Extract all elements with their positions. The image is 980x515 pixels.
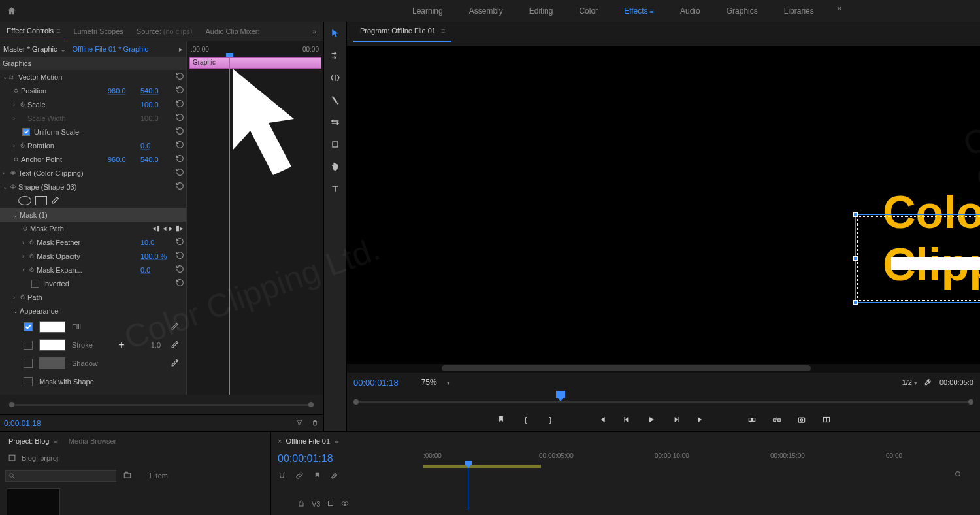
step-fwd-icon[interactable] — [670, 414, 682, 425]
tab-source[interactable]: Source: (no clips) — [130, 22, 199, 41]
toggle-sync-lock-icon[interactable] — [327, 499, 335, 508]
reset-icon[interactable] — [173, 113, 186, 123]
mask-feather-row[interactable]: › Mask Feather 10.0 — [0, 235, 186, 249]
go-to-out-icon[interactable] — [695, 414, 707, 425]
eye-icon[interactable] — [9, 183, 18, 191]
settings-icon[interactable] — [924, 377, 933, 388]
reset-icon[interactable] — [173, 182, 186, 191]
tab-media-browser[interactable]: Media Browser — [63, 437, 122, 445]
timeline-timecode[interactable]: 00:00:01:18 — [278, 453, 405, 465]
toggle-track-output-icon[interactable] — [341, 499, 349, 508]
tab-audio-mixer[interactable]: Audio Clip Mixer: — [199, 22, 266, 41]
path-row[interactable]: › Path — [0, 290, 186, 304]
stopwatch-icon[interactable] — [13, 156, 21, 163]
ws-audio[interactable]: Audio — [667, 3, 713, 20]
program-viewport[interactable]: Color Clipping Ltd. Color Clipping — [347, 46, 980, 364]
anchor-x-value[interactable]: 960.0 — [108, 156, 140, 163]
stopwatch-icon[interactable] — [13, 87, 21, 95]
add-marker-icon[interactable] — [495, 414, 507, 425]
ws-effects[interactable]: Effects≡ — [611, 3, 667, 20]
reset-icon[interactable] — [173, 265, 186, 274]
stroke-color-swatch[interactable] — [39, 339, 65, 351]
selection-box[interactable] — [855, 214, 980, 303]
sequence-clip-label[interactable]: Offline File 01 * Graphic — [73, 45, 149, 53]
chevron-down-icon[interactable]: ⌄ — [60, 45, 66, 54]
track-v3-header[interactable]: V3 — [278, 497, 405, 511]
position-x-value[interactable]: 960.0 — [108, 87, 140, 95]
reset-icon[interactable] — [173, 251, 186, 261]
tab-effect-controls[interactable]: Effect Controls≡ — [0, 21, 67, 42]
handle-bl[interactable] — [853, 300, 858, 305]
mark-out-icon[interactable]: } — [545, 414, 557, 425]
mark-in-icon[interactable]: { — [520, 414, 532, 425]
ws-graphics[interactable]: Graphics — [713, 3, 771, 20]
ws-assembly[interactable]: Assembly — [456, 3, 516, 20]
scale-property[interactable]: › Scale 100.0 — [0, 97, 186, 111]
add-stroke-icon[interactable]: + — [118, 339, 124, 351]
reset-icon[interactable] — [173, 127, 186, 137]
inverted-checkbox[interactable] — [31, 280, 39, 288]
extract-icon[interactable] — [771, 414, 783, 425]
track-fwd-one-icon[interactable]: ▮▸ — [176, 224, 184, 233]
handle-ml[interactable] — [853, 256, 858, 261]
shadow-checkbox[interactable] — [24, 359, 33, 368]
track-back-one-icon[interactable]: ◂▮ — [152, 224, 160, 233]
rotation-value[interactable]: 0.0 — [140, 142, 173, 150]
timeline-ruler-area[interactable]: :00:00 00:00:05:00 00:00:10:00 00:00:15:… — [412, 450, 980, 515]
ws-menu-icon[interactable]: ≡ — [650, 7, 654, 15]
stopwatch-icon[interactable] — [29, 252, 37, 260]
position-y-value[interactable]: 540.0 — [140, 87, 173, 95]
reset-icon[interactable] — [173, 99, 186, 109]
work-area-bar[interactable] — [423, 465, 541, 468]
ws-color[interactable]: Color — [566, 3, 611, 20]
timeline-ruler[interactable]: :00:00 00:00:05:00 00:00:10:00 00:00:15:… — [412, 450, 980, 463]
linked-selection-icon[interactable] — [295, 471, 304, 481]
stopwatch-icon[interactable] — [20, 142, 27, 150]
eye-icon[interactable] — [9, 169, 18, 177]
mask-opacity-value[interactable]: 100.0 % — [140, 252, 173, 260]
track-select-tool-icon[interactable] — [329, 49, 342, 62]
lift-icon[interactable] — [746, 414, 758, 425]
selection-tool-icon[interactable] — [329, 27, 342, 40]
play-icon[interactable] — [645, 414, 657, 425]
reset-icon[interactable] — [173, 154, 186, 164]
mask-with-shape-row[interactable]: Mask with Shape — [0, 373, 186, 391]
mask-expansion-value[interactable]: 0.0 — [140, 266, 173, 274]
handle-tl[interactable] — [853, 212, 858, 217]
fill-checkbox[interactable] — [24, 322, 33, 331]
stopwatch-icon[interactable] — [22, 225, 30, 233]
zoom-dropdown[interactable]: 75%▾ — [421, 378, 450, 387]
project-thumbnail[interactable] — [7, 488, 60, 515]
new-bin-icon[interactable] — [123, 471, 132, 481]
reset-icon[interactable] — [173, 237, 186, 247]
mask-expansion-row[interactable]: › Mask Expan... 0.0 — [0, 263, 186, 276]
tab-project[interactable]: Project: Blog ≡ — [3, 437, 63, 445]
sequence-tab[interactable]: Offline File 01 ≡ — [286, 437, 338, 445]
ws-libraries[interactable]: Libraries — [771, 3, 827, 20]
ripple-edit-tool-icon[interactable] — [329, 71, 342, 84]
mask-inverted-row[interactable]: Inverted — [0, 276, 186, 290]
rotation-property[interactable]: › Rotation 0.0 — [0, 139, 186, 152]
reset-icon[interactable] — [173, 141, 186, 150]
ec-clip-bar[interactable]: Graphic — [189, 57, 321, 69]
lock-icon[interactable] — [297, 499, 305, 508]
source-tabs-overflow-icon[interactable]: » — [312, 27, 316, 35]
reset-icon[interactable] — [173, 278, 186, 288]
pen-tool-icon[interactable] — [329, 138, 342, 151]
add-marker-icon[interactable] — [313, 471, 321, 481]
ws-overflow-icon[interactable]: » — [837, 3, 842, 20]
resolution-dropdown[interactable]: 1/2 ▾ — [902, 378, 917, 386]
mask-path-row[interactable]: Mask Path ◂▮ ◂ ▸ ▮▸ — [0, 222, 186, 235]
ws-editing[interactable]: Editing — [516, 3, 566, 20]
program-hscroll[interactable] — [347, 364, 980, 373]
shape-layer[interactable]: ⌄ Shape (Shape 03) — [0, 180, 186, 193]
stopwatch-icon[interactable] — [29, 266, 37, 274]
uniform-scale-row[interactable]: Uniform Scale — [0, 125, 186, 139]
effect-controls-timeline[interactable]: :00:00 00:00 Graphic — [186, 41, 323, 395]
program-scrubber[interactable] — [347, 392, 980, 408]
ellipse-mask-button[interactable] — [18, 196, 31, 205]
reset-icon[interactable] — [173, 72, 186, 82]
ec-zoom-slider[interactable] — [9, 404, 314, 406]
ec-timeline-ruler[interactable]: :00:00 00:00 — [187, 41, 323, 57]
home-icon[interactable] — [7, 6, 17, 16]
